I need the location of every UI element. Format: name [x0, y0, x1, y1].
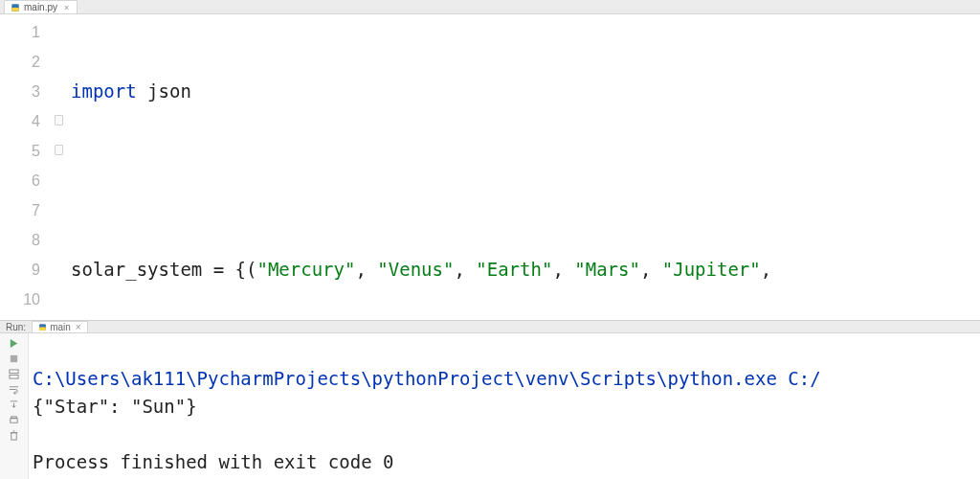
- svg-marker-4: [11, 339, 17, 348]
- run-panel-label: Run:: [0, 322, 32, 332]
- ide-root: main.py × 12345678910 import json solar_…: [0, 0, 980, 479]
- svg-rect-6: [10, 370, 18, 374]
- soft-wrap-button[interactable]: [8, 383, 21, 396]
- fold-column: [57, 14, 71, 320]
- svg-rect-7: [10, 375, 18, 378]
- stop-button[interactable]: [8, 353, 21, 365]
- console-output[interactable]: C:\Users\ak111\PycharmProjects\pythonPro…: [29, 333, 980, 479]
- run-config-tab[interactable]: main ×: [32, 321, 88, 332]
- svg-rect-8: [11, 419, 17, 423]
- console-exit-line: Process finished with exit code 0: [33, 451, 394, 472]
- run-toolbar: [0, 333, 29, 479]
- console-command-line: C:\Users\ak111\PycharmProjects\pythonPro…: [33, 368, 821, 389]
- svg-rect-1: [11, 8, 19, 11]
- editor-tab[interactable]: main.py ×: [4, 0, 78, 13]
- console-stdout: {"Star": "Sun"}: [33, 396, 197, 417]
- run-tool-window-header: Run: main ×: [0, 321, 980, 333]
- svg-rect-5: [11, 355, 17, 362]
- fold-indicator-icon[interactable]: [55, 145, 63, 155]
- close-icon[interactable]: ×: [64, 3, 69, 12]
- fold-indicator-icon[interactable]: [55, 115, 63, 125]
- code-editor[interactable]: 12345678910 import json solar_system = {…: [0, 14, 980, 321]
- editor-tab-bar: main.py ×: [0, 0, 980, 14]
- rerun-button[interactable]: [8, 337, 21, 350]
- svg-rect-3: [39, 328, 46, 331]
- clear-button[interactable]: [8, 429, 21, 442]
- layout-button[interactable]: [8, 368, 21, 380]
- close-icon[interactable]: ×: [76, 322, 81, 332]
- print-button[interactable]: [8, 414, 21, 426]
- code-area[interactable]: import json solar_system = {("Mercury", …: [71, 14, 980, 320]
- svg-rect-9: [11, 417, 17, 419]
- run-console-panel: C:\Users\ak111\PycharmProjects\pythonPro…: [0, 333, 980, 479]
- tab-filename: main.py: [24, 2, 57, 12]
- scroll-to-end-button[interactable]: [8, 399, 21, 411]
- line-number-gutter: 12345678910: [0, 14, 57, 320]
- python-file-icon: [11, 3, 20, 12]
- python-file-icon: [38, 323, 47, 331]
- svg-rect-10: [11, 433, 17, 440]
